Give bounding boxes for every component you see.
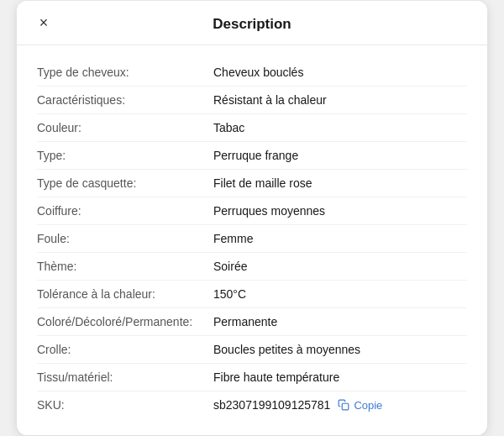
sku-value: sb23071991091257​81 (213, 398, 330, 412)
row-label: Coiffure: (37, 204, 213, 218)
table-row: Foule:Femme (37, 225, 467, 253)
row-value: Soirée (213, 260, 467, 273)
close-button[interactable]: × (32, 11, 55, 34)
row-value: Cheveux bouclés (213, 66, 467, 79)
copy-icon (337, 398, 350, 412)
row-value: Perruque frange (213, 149, 467, 162)
table-row: Type:Perruque frange (37, 142, 467, 170)
table-row: Thème:Soirée (37, 253, 467, 281)
table-row: Caractéristiques:Résistant à la chaleur (37, 87, 467, 114)
row-value: Perruques moyennes (213, 204, 467, 218)
row-value: Boucles petites à moyennes (213, 343, 467, 356)
row-value: 150°C (213, 287, 467, 301)
row-value: Permanente (213, 315, 467, 328)
row-label: Type: (37, 149, 213, 162)
row-label: Coloré/Décoloré/Permanente: (37, 315, 213, 328)
table-row: Couleur:Tabac (37, 114, 467, 142)
copy-label: Copie (354, 399, 382, 412)
row-label: Type de casquette: (37, 176, 213, 190)
sku-label: SKU: (37, 398, 213, 412)
row-label: Tissu/matériel: (37, 370, 213, 384)
row-label: Foule: (37, 232, 213, 245)
row-value: Femme (213, 232, 467, 245)
close-icon: × (39, 14, 49, 32)
copy-button[interactable]: Copie (337, 398, 382, 412)
header-title: Description (213, 16, 291, 33)
card-header: × Description (17, 1, 487, 45)
table-row: Type de cheveux:Cheveux bouclés (37, 59, 467, 87)
table-row: Coiffure:Perruques moyennes (37, 197, 467, 225)
table-row: Tolérance à la chaleur:150°C (37, 281, 467, 308)
row-value: Tabac (213, 121, 467, 134)
row-label: Type de cheveux: (37, 66, 213, 79)
description-content: Type de cheveux:Cheveux bouclésCaractéri… (17, 45, 487, 435)
row-label: Caractéristiques: (37, 93, 213, 107)
row-label: Tolérance à la chaleur: (37, 287, 213, 301)
sku-row: SKU:sb23071991091257​81 Copie (37, 391, 467, 418)
row-value: Résistant à la chaleur (213, 93, 467, 107)
row-label: Thème: (37, 260, 213, 273)
table-row: Tissu/matériel:Fibre haute température (37, 364, 467, 391)
row-label: Couleur: (37, 121, 213, 134)
table-row: Type de casquette:Filet de maille rose (37, 170, 467, 197)
table-row: Crolle:Boucles petites à moyennes (37, 336, 467, 364)
row-label: Crolle: (37, 343, 213, 356)
row-value: Fibre haute température (213, 370, 467, 384)
table-row: Coloré/Décoloré/Permanente:Permanente (37, 308, 467, 336)
sku-value-container: sb23071991091257​81 Copie (213, 398, 382, 412)
svg-rect-0 (343, 403, 349, 410)
row-value: Filet de maille rose (213, 176, 467, 190)
description-card: × Description Type de cheveux:Cheveux bo… (17, 1, 487, 435)
